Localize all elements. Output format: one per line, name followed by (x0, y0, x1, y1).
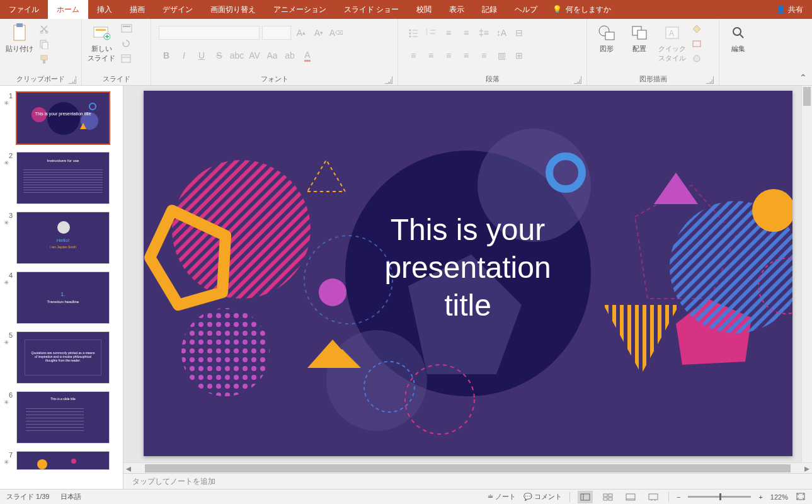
zoom-handle[interactable] (719, 493, 721, 500)
change-case-button[interactable]: Aa (265, 48, 280, 63)
shadow-button[interactable]: abc (229, 48, 244, 63)
tab-record[interactable]: 記録 (473, 0, 506, 19)
arrange-button[interactable]: 配置 (624, 21, 655, 56)
line-spacing-button[interactable]: ‡≡ (476, 25, 491, 40)
slide-title-text[interactable]: This is your presentation title (384, 211, 551, 324)
numbering-button[interactable]: 12 (423, 25, 438, 40)
thumb-preview (16, 451, 110, 470)
thumb-title: 1. (17, 291, 109, 297)
zoom-out-button[interactable]: − (677, 493, 680, 501)
clear-format-button[interactable]: A⌫ (329, 25, 344, 40)
bullets-button[interactable] (406, 25, 421, 40)
zoom-in-button[interactable]: + (758, 493, 762, 501)
zoom-slider[interactable] (688, 496, 751, 498)
align-center-button[interactable]: ≡ (423, 48, 438, 63)
svg-point-49 (326, 330, 427, 431)
thumbnail-7[interactable]: 7✳ (0, 450, 123, 476)
svg-point-41 (37, 459, 47, 469)
increase-font-button[interactable]: A▴ (294, 25, 309, 40)
scroll-right-icon[interactable]: ▸ (802, 462, 812, 474)
text-direction-button[interactable]: ↕A (494, 25, 509, 40)
layout-button[interactable] (121, 24, 134, 35)
slide-counter[interactable]: スライド 1/39 (6, 492, 49, 501)
tab-view[interactable]: 表示 (440, 0, 473, 19)
cut-button[interactable] (39, 24, 52, 35)
justify-button[interactable]: ≡ (459, 48, 474, 63)
reading-view-button[interactable] (623, 491, 638, 503)
sorter-view-button[interactable] (600, 491, 615, 503)
thumbnail-6[interactable]: 6✳ This is a slide title (0, 390, 123, 450)
tell-me-search[interactable]: 💡 何をしますか (552, 4, 611, 15)
slide-canvas[interactable]: This is your presentation title (123, 86, 812, 462)
quick-styles-button[interactable]: A クイック スタイル (656, 21, 688, 66)
align-text-button[interactable]: ⊟ (512, 25, 527, 40)
language-indicator[interactable]: 日本語 (60, 492, 81, 501)
clipboard-dialog-launcher[interactable] (69, 76, 76, 84)
slideshow-view-button[interactable] (646, 491, 661, 503)
thumbnail-3[interactable]: 3✳ Hello! I am Jayden Smith (0, 210, 123, 270)
share-button[interactable]: 👤 共有 (776, 4, 803, 15)
tab-insert[interactable]: 挿入 (88, 0, 121, 19)
tab-review[interactable]: 校閲 (408, 0, 440, 19)
vertical-scrollbar[interactable] (801, 86, 812, 462)
smartart-button[interactable]: ⊞ (512, 48, 527, 63)
font-dialog-launcher[interactable] (385, 76, 392, 84)
new-slide-button[interactable]: 新しい スライド (86, 21, 117, 66)
tab-design[interactable]: デザイン (154, 0, 202, 19)
align-left-button[interactable]: ≡ (406, 48, 421, 63)
slide[interactable]: This is your presentation title (144, 91, 792, 456)
normal-view-button[interactable] (578, 491, 593, 503)
section-button[interactable] (121, 54, 134, 66)
shape-outline-button[interactable] (692, 39, 704, 50)
tab-draw[interactable]: 描画 (121, 0, 154, 19)
reset-button[interactable] (121, 39, 134, 50)
font-color-button[interactable]: A (300, 48, 315, 63)
drawing-dialog-launcher[interactable] (706, 76, 714, 84)
font-size-select[interactable] (262, 26, 291, 40)
scroll-left-icon[interactable]: ◂ (123, 462, 134, 474)
shape-effects-button[interactable] (692, 54, 704, 66)
editing-button[interactable]: 編集 (723, 21, 753, 56)
decrease-indent-button[interactable]: ≡ (441, 25, 456, 40)
increase-indent-button[interactable]: ≡ (459, 25, 474, 40)
tab-slideshow[interactable]: スライド ショー (335, 0, 408, 19)
font-family-select[interactable] (159, 26, 260, 40)
strike-button[interactable]: S (212, 48, 227, 63)
highlight-button[interactable]: ab (282, 48, 297, 63)
thumbnail-2[interactable]: 2✳ Instructions for use (0, 151, 123, 210)
thumbnail-panel[interactable]: 1✳ This is your presentation title 2✳ In… (0, 86, 123, 489)
paste-button[interactable]: 貼り付け (4, 21, 35, 56)
thumbnail-1[interactable]: 1✳ This is your presentation title (0, 91, 123, 151)
decrease-font-button[interactable]: A▾ (311, 25, 326, 40)
fit-window-button[interactable] (796, 492, 806, 502)
zoom-percent[interactable]: 122% (770, 493, 788, 501)
horizontal-scrollbar[interactable]: ◂ ▸ (123, 462, 812, 473)
char-spacing-button[interactable]: AV (247, 48, 262, 63)
underline-button[interactable]: U (194, 48, 209, 63)
copy-button[interactable] (39, 39, 52, 50)
collapse-ribbon-button[interactable]: ⌃ (799, 72, 807, 83)
thumbnail-5[interactable]: 5✳ Quotations are commonly printed as a … (0, 330, 123, 390)
shape-fill-button[interactable] (692, 24, 704, 35)
tab-file[interactable]: ファイル (0, 0, 48, 19)
shapes-button[interactable]: 図形 (591, 21, 622, 56)
scrollbar-thumb[interactable] (803, 87, 811, 106)
notes-toggle[interactable]: ≐ ノート (488, 492, 516, 501)
format-painter-button[interactable] (39, 54, 52, 66)
columns-button[interactable]: ▥ (494, 48, 509, 63)
paragraph-dialog-launcher[interactable] (574, 76, 581, 84)
thumbnail-4[interactable]: 4✳ 1. Transition headline (0, 270, 123, 330)
bold-button[interactable]: B (159, 48, 174, 63)
tab-animations[interactable]: アニメーション (265, 0, 335, 19)
tab-home[interactable]: ホーム (48, 0, 88, 19)
svg-rect-11 (122, 25, 132, 32)
tab-help[interactable]: ヘルプ (506, 0, 546, 19)
italic-button[interactable]: I (176, 48, 192, 63)
scrollbar-track[interactable] (145, 464, 791, 472)
comments-toggle[interactable]: 💬 コメント (523, 492, 562, 501)
tab-transitions[interactable]: 画面切り替え (202, 0, 265, 19)
align-right-button[interactable]: ≡ (441, 48, 456, 63)
notes-pane[interactable]: タップしてノートを追加 (123, 473, 812, 489)
distributed-button[interactable]: ≡ (476, 48, 491, 63)
arrange-label: 配置 (632, 44, 646, 54)
